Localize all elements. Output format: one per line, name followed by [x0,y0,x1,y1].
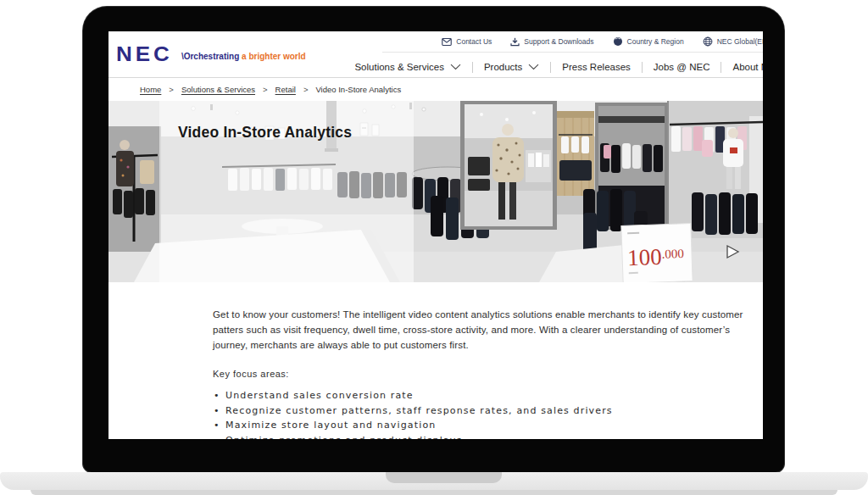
laptop-screen: NEC \Orchestrating a brighter world Cont… [108,31,763,439]
nav-item-label: Press Releases [562,62,631,72]
hero-banner: 100.000 Video In-Store Analytics [108,101,763,282]
breadcrumb-separator: > [169,85,174,94]
utility-nav: Contact Us Support & Downloads Country &… [382,31,763,53]
list-item: Optimize promotions and product displays [213,433,746,439]
list-item: Recognize customer patterns, staff respo… [213,403,746,419]
price-frac: .000 [661,247,684,261]
logo-block: NEC \Orchestrating a brighter world [116,44,306,63]
price-int: 100 [627,244,663,270]
breadcrumb: Home > Solutions & Services > Retail > V… [108,78,763,101]
globe-outline-icon [703,36,713,47]
intro-paragraph: Get to know your customers! The intellig… [213,307,750,353]
utility-link-label: Support & Downloads [524,37,593,46]
nec-logo[interactable]: NEC [116,45,173,63]
nav-separator [472,62,473,73]
nav-about-nec[interactable]: About NEC [732,60,763,74]
nec-global-link[interactable]: NEC Global(EN) [703,36,763,47]
nav-item-label: Jobs @ NEC [654,62,710,72]
nav-press-releases[interactable]: Press Releases [562,60,631,74]
chevron-down-icon [528,62,539,72]
nav-solutions-services[interactable]: Solutions & Services [354,60,460,74]
download-icon [510,37,520,47]
nav-item-label: Products [484,62,522,72]
breadcrumb-solutions-services[interactable]: Solutions & Services [181,85,255,94]
laptop-base-shadow [31,490,837,495]
list-item: Maximize store layout and navigation [213,418,746,433]
globe-dark-icon [613,36,623,47]
country-region-link[interactable]: Country & Region [613,36,684,47]
breadcrumb-current-page: Video In-Store Analytics [315,85,401,94]
utility-link-label: Contact Us [456,37,492,46]
nav-separator [721,62,721,73]
support-downloads-link[interactable]: Support & Downloads [510,37,593,47]
page-content: Get to know your customers! The intellig… [108,282,763,439]
nav-products[interactable]: Products [484,60,539,74]
main-nav: Solutions & Services Products Press Rele… [354,53,763,74]
key-focus-label: Key focus areas: [213,369,746,379]
laptop-hinge-notch [386,472,502,483]
utility-link-label: Country & Region [627,37,684,46]
contact-us-link[interactable]: Contact Us [442,37,492,47]
nav-separator [550,62,551,73]
brand-tagline: \Orchestrating a brighter world [181,52,306,63]
utility-link-label: NEC Global(EN) [717,37,763,46]
chevron-down-icon [450,62,461,72]
breadcrumb-home[interactable]: Home [140,85,161,94]
nav-separator [642,62,643,73]
page-title: Video In-Store Analytics [178,124,352,142]
nav-jobs-nec[interactable]: Jobs @ NEC [654,60,710,74]
nav-item-label: Solutions & Services [354,62,443,72]
envelope-icon [442,37,452,47]
header-right: Contact Us Support & Downloads Country &… [354,31,763,74]
site-header: NEC \Orchestrating a brighter world Cont… [108,31,763,78]
tagline-prefix: \Orchestrating [181,52,239,61]
price-sign: 100.000 [621,224,693,282]
tagline-suffix: a brighter world [239,52,305,61]
breadcrumb-separator: > [263,85,268,94]
nav-item-label: About NEC [732,62,763,72]
breadcrumb-retail[interactable]: Retail [275,85,296,94]
breadcrumb-separator: > [303,85,309,94]
list-item: Understand sales conversion rate [213,388,746,403]
key-focus-list: Understand sales conversion rate Recogni… [213,388,746,439]
